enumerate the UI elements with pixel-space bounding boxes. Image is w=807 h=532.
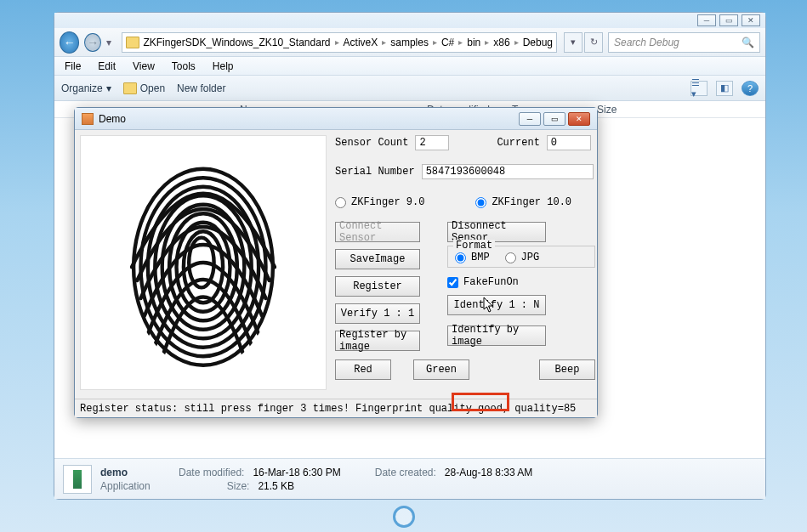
status-bar: Register status: still press finger 3 ti… (75, 399, 597, 417)
detail-type: Application (100, 480, 151, 492)
nav-bar: ← → ▾ ZKFingerSDK_Windows_ZK10_Standard▸… (54, 28, 765, 57)
organize-button[interactable]: Organize ▾ (61, 82, 111, 94)
verify-button[interactable]: Verify 1 : 1 (335, 303, 420, 324)
folder-icon (126, 37, 139, 48)
refresh-button[interactable]: ↻ (584, 32, 603, 53)
explorer-titlebar: ─ ▭ ✕ (54, 13, 765, 28)
newfolder-button[interactable]: New folder (177, 82, 225, 94)
breadcrumb-item[interactable]: ZKFingerSDK_Windows_ZK10_Standard (143, 37, 330, 48)
identify-button[interactable]: Identify 1 : N (447, 295, 546, 315)
back-button[interactable]: ← (60, 31, 79, 54)
detail-datemod: 16-Mar-18 6:30 PM (253, 467, 340, 478)
connect-sensor-button[interactable]: Connect Sensor (335, 222, 420, 242)
breadcrumb[interactable]: ZKFingerSDK_Windows_ZK10_Standard▸ Activ… (122, 32, 557, 53)
breadcrumb-item[interactable]: ActiveX (344, 37, 378, 48)
forward-button[interactable]: → (84, 33, 101, 52)
serial-input[interactable] (422, 164, 594, 179)
minimize-button[interactable]: ─ (697, 14, 716, 26)
status-text: Register status: still press finger 3 ti… (80, 403, 576, 415)
view-options-button[interactable]: ☰ ▾ (690, 81, 708, 96)
format-label: Format (453, 240, 495, 252)
demo-minimize-button[interactable]: ─ (519, 112, 541, 126)
start-orb[interactable] (393, 506, 415, 528)
identify-by-image-button[interactable]: Identify by image (447, 325, 546, 346)
breadcrumb-dropdown[interactable]: ▾ (564, 32, 583, 53)
open-icon (123, 82, 137, 94)
fingerprint-panel (75, 130, 332, 399)
detail-size-label: Size: (227, 480, 250, 492)
detail-filename: demo (100, 467, 128, 478)
close-button[interactable]: ✕ (742, 14, 760, 26)
open-button[interactable]: Open (123, 82, 165, 94)
beep-button[interactable]: Beep (539, 359, 595, 380)
green-button[interactable]: Green (413, 359, 469, 380)
details-pane: demo Date modified: 16-Mar-18 6:30 PM Da… (54, 458, 765, 499)
demo-app-icon (82, 113, 94, 125)
preview-pane-button[interactable]: ◧ (716, 81, 733, 96)
breadcrumb-item[interactable]: bin (467, 37, 480, 48)
breadcrumb-item[interactable]: samples (390, 37, 429, 48)
demo-window: Demo ─ ▭ ✕ (74, 107, 598, 418)
controls-panel: Sensor Count Current Serial Number ZKFin… (332, 130, 604, 399)
search-input[interactable]: Search Debug 🔍 (608, 32, 760, 53)
radio-zkfinger9[interactable]: ZKFinger 9.0 (335, 196, 424, 208)
demo-titlebar[interactable]: Demo ─ ▭ ✕ (75, 108, 597, 130)
tool-bar: Organize ▾ Open New folder ☰ ▾ ◧ ? (54, 76, 765, 101)
menu-bar: File Edit View Tools Help (54, 57, 765, 76)
menu-tools[interactable]: Tools (165, 59, 202, 74)
current-input[interactable] (547, 135, 591, 150)
current-label: Current (497, 137, 539, 149)
menu-help[interactable]: Help (206, 59, 241, 74)
menu-view[interactable]: View (126, 59, 162, 74)
breadcrumb-item[interactable]: x86 (493, 37, 509, 48)
demo-title-text: Demo (99, 113, 126, 125)
file-thumbnail (63, 465, 92, 494)
maximize-button[interactable]: ▭ (719, 14, 738, 26)
help-button[interactable]: ? (742, 81, 759, 96)
radio-jpg[interactable]: JPG (505, 252, 540, 263)
red-button[interactable]: Red (335, 359, 391, 380)
detail-datemod-label: Date modified: (179, 467, 244, 478)
checkbox-fakefun[interactable]: FakeFunOn (447, 276, 595, 288)
menu-edit[interactable]: Edit (91, 59, 122, 74)
radio-zkfinger10[interactable]: ZKFinger 10.0 (475, 196, 571, 208)
breadcrumb-item[interactable]: C# (441, 37, 454, 48)
fingerprint-image (80, 135, 327, 390)
register-button[interactable]: Register (335, 276, 420, 297)
breadcrumb-item[interactable]: Debug (523, 37, 553, 48)
sensor-count-label: Sensor Count (335, 137, 408, 149)
radio-bmp[interactable]: BMP (455, 252, 490, 263)
history-dropdown[interactable]: ▾ (106, 37, 117, 48)
search-icon: 🔍 (742, 37, 754, 48)
column-size[interactable]: Size (597, 104, 665, 116)
sensor-count-input[interactable] (415, 135, 449, 150)
serial-label: Serial Number (335, 166, 415, 178)
register-by-image-button[interactable]: Register by image (335, 331, 420, 351)
format-group: Format BMP JPG (447, 246, 595, 268)
demo-close-button[interactable]: ✕ (568, 112, 590, 126)
detail-datecreated: 28-Aug-18 8:33 AM (445, 467, 532, 478)
menu-file[interactable]: File (58, 59, 88, 74)
detail-size: 21.5 KB (258, 480, 294, 492)
demo-maximize-button[interactable]: ▭ (543, 112, 565, 126)
detail-datecreated-label: Date created: (375, 467, 436, 478)
saveimage-button[interactable]: SaveImage (335, 249, 420, 269)
search-placeholder: Search Debug (614, 37, 679, 48)
